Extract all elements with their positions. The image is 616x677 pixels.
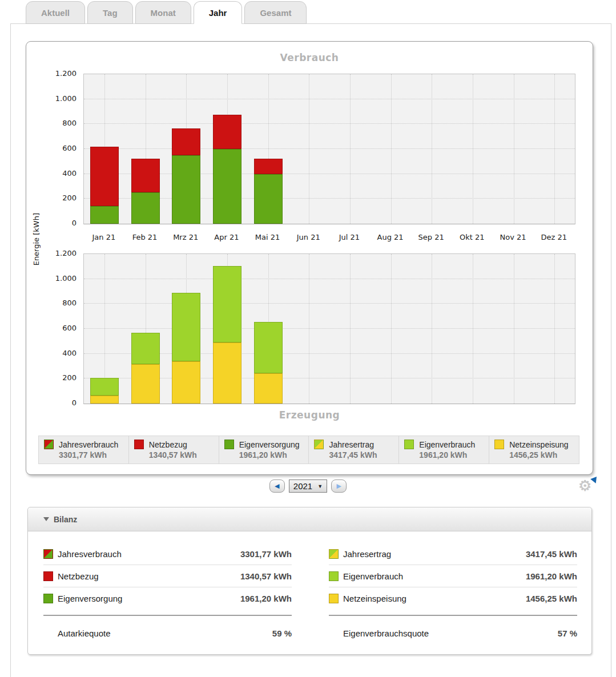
legend-item-jahresertrag: Jahresertrag 3417,45 kWh (309, 436, 399, 464)
jahresertrag-icon (314, 440, 324, 449)
x-axis-label: Jun 21 (288, 230, 329, 245)
bar-segment-eigenverbrauch (90, 378, 119, 396)
netzeinspeisung-icon (329, 594, 339, 603)
gear-icon: ⚙ (578, 477, 591, 494)
autarkiequote-row: Autarkiequote 59 % (43, 616, 292, 638)
bar-segment-netzeinspeisung (131, 364, 160, 404)
y-axis-tick-label: 200 (26, 194, 77, 202)
bilanz-header[interactable]: Bilanz (28, 507, 591, 531)
jahresverbrauch-icon (44, 440, 54, 449)
legend-value: 1961,20 kWh (239, 450, 309, 460)
gridline (309, 74, 309, 224)
gridline (514, 254, 514, 404)
y-axis-tick-label: 1.000 (26, 274, 77, 283)
gridline (391, 74, 392, 224)
bar-segment-netzeinspeisung (172, 361, 200, 404)
legend-label: Jahresverbrauch (59, 440, 118, 449)
bilanz-title: Bilanz (54, 515, 77, 524)
y-axis-tick-label: 200 (26, 373, 77, 382)
gridline (514, 74, 514, 224)
y-axis-tick-label: 0 (26, 398, 77, 407)
bar-segment-netzbezug (254, 159, 283, 174)
row-value: 1340,57 kWh (240, 571, 292, 581)
gridline (350, 254, 351, 404)
eigenversorgung-icon (224, 440, 234, 449)
row-value: 3301,77 kWh (240, 549, 292, 559)
bar-segment-netzeinspeisung (254, 373, 283, 404)
row-value: 1456,25 kWh (526, 594, 577, 603)
legend-value: 3417,45 kWh (329, 450, 398, 460)
legend-value: 3301,77 kWh (59, 450, 128, 460)
bar-segment-eigenversorgung (131, 192, 160, 224)
x-axis-label: Dez 21 (533, 230, 574, 245)
tab-gesamt[interactable]: Gesamt (244, 1, 307, 24)
bar-segment-netzbezug (90, 147, 119, 206)
table-row: Jahresverbrauch 3301,77 kWh (43, 543, 292, 565)
x-axis-label: Sep 21 (410, 230, 452, 245)
y-axis-tick-label: 800 (26, 299, 77, 307)
bilanz-panel: Bilanz Jahresverbrauch 3301,77 kWh Netzb… (27, 507, 592, 655)
gridline (554, 74, 555, 224)
tab-tag[interactable]: Tag (87, 1, 133, 24)
bar-segment-eigenverbrauch (172, 293, 200, 361)
table-row: Netzbezug 1340,57 kWh (43, 565, 292, 587)
row-value: 1961,20 kWh (526, 571, 577, 581)
tab-jahr[interactable]: Jahr (194, 1, 243, 24)
quote-label: Autarkiequote (58, 628, 111, 638)
tab-monat[interactable]: Monat (135, 1, 191, 24)
bar-segment-eigenverbrauch (254, 322, 283, 373)
row-label: Netzeinspeisung (343, 594, 406, 603)
erzeugung-plot-area (83, 253, 575, 404)
netzeinspeisung-icon (494, 440, 504, 449)
eigenverbrauch-icon (404, 440, 414, 449)
collapse-triangle-icon (43, 517, 49, 521)
y-axis-tick-label: 1.000 (26, 94, 77, 103)
bar-segment-eigenversorgung (90, 206, 119, 224)
legend-item-netzeinspeisung: Netzeinspeisung 1456,25 kWh (489, 436, 579, 464)
next-year-button[interactable]: ▶ (331, 479, 347, 493)
x-axis-label: Aug 21 (370, 230, 411, 245)
gridline (350, 74, 351, 224)
year-select[interactable]: 2021 ▼ (289, 479, 327, 493)
legend-item-eigenverbrauch: Eigenverbrauch 1961,20 kWh (399, 436, 489, 464)
row-label: Netzbezug (58, 571, 99, 581)
legend-label: Jahresertrag (329, 440, 374, 449)
chart-legend: Jahresverbrauch 3301,77 kWh Netzbezug 13… (38, 436, 579, 464)
quote-label: Eigenverbrauchsquote (343, 628, 429, 638)
x-axis-label: Nov 21 (493, 230, 534, 245)
y-axis-title: Energie [kWh] (30, 205, 42, 273)
gridline (432, 74, 432, 224)
legend-item-jahresverbrauch: Jahresverbrauch 3301,77 kWh (39, 436, 129, 464)
eigenverbrauchsquote-row: Eigenverbrauchsquote 57 % (329, 616, 577, 638)
quote-value: 57 % (558, 628, 577, 638)
jahresertrag-icon (329, 549, 339, 559)
tab-aktuell[interactable]: Aktuell (26, 1, 85, 24)
chart-title-verbrauch: Verbrauch (26, 52, 593, 63)
tab-bar: Aktuell Tag Monat Jahr Gesamt (26, 1, 307, 24)
bar-segment-netzeinspeisung (90, 396, 119, 404)
settings-button[interactable]: ⚙ (578, 478, 595, 495)
arrow-right-icon: ▶ (336, 482, 341, 490)
bilanz-left-column: Jahresverbrauch 3301,77 kWh Netzbezug 13… (43, 543, 292, 638)
bar-segment-netzbezug (172, 128, 200, 156)
y-axis-tick-label: 1.200 (26, 249, 77, 257)
gridline (84, 279, 575, 279)
gridline (84, 303, 575, 304)
legend-label: Eigenversorgung (239, 440, 300, 449)
x-axis-label: Okt 21 (452, 230, 493, 245)
gridline (554, 254, 555, 404)
legend-value: 1456,25 kWh (509, 450, 579, 460)
y-axis-tick-label: 400 (26, 169, 77, 178)
legend-label: Netzeinspeisung (509, 440, 569, 449)
bar-segment-eigenverbrauch (131, 333, 160, 365)
chart-title-erzeugung: Erzeugung (26, 409, 593, 421)
gridline (391, 254, 392, 404)
legend-item-netzbezug: Netzbezug 1340,57 kWh (129, 436, 219, 464)
bar-segment-netzeinspeisung (213, 342, 241, 404)
previous-year-button[interactable]: ◀ (269, 479, 285, 493)
netzbezug-icon (43, 571, 53, 581)
legend-value: 1340,57 kWh (149, 450, 219, 460)
table-row: Eigenversorgung 1961,20 kWh (43, 587, 292, 609)
bar-segment-netzbezug (131, 159, 160, 192)
chevron-down-icon: ▼ (317, 483, 323, 489)
